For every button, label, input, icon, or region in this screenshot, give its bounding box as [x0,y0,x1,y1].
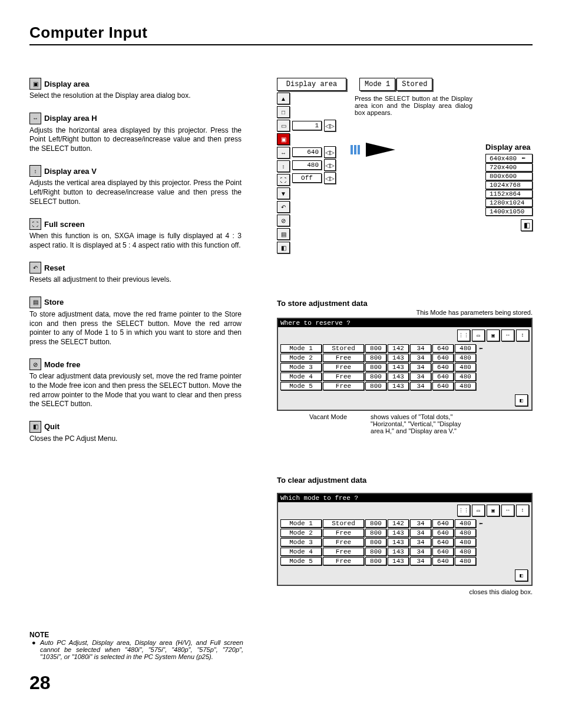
mode-name: Mode 2 [280,354,322,362]
full-screen-menu-icon[interactable]: ⛶ [277,174,290,186]
mode-status: Free [323,529,364,537]
store-icon: ▤ [29,297,41,308]
mode-name: Mode 1 [280,519,322,528]
res-panel-title: Display area [485,143,533,151]
display-area-h-body: Adjusts the horizontal area displayed by… [29,126,242,154]
mode-name: Mode 1 [280,344,322,353]
mode-value: 480 [455,363,476,371]
osd-tab-mode: Mode 1 [359,78,395,91]
store-quit-icon[interactable]: ◧ [515,394,528,406]
quit-title: Quit [44,422,59,431]
mode-value: 640 [432,373,454,381]
resolution-option[interactable]: 720x400 [485,163,533,172]
table-row[interactable]: Mode 2Free80014334640480 [278,528,531,538]
display-area-h-title: Display area H [44,114,97,123]
mode-value: 800 [365,548,386,556]
display-area-icon: ▣ [29,78,41,90]
quit-body: Closes the PC Adjust Menu. [29,434,242,444]
store-heading: To store adjustment data [277,299,533,308]
mode-name: Mode 3 [280,538,322,546]
mode-name: Mode 4 [280,373,322,381]
display-area-menu-icon[interactable]: ▣ [277,133,290,145]
callout-vacant: Vacant Mode [309,413,347,434]
mode-value: 143 [388,363,409,371]
mode-free-menu-icon[interactable]: ⊘ [277,215,290,226]
table-row[interactable]: Mode 5Free80014334640480 [278,556,531,566]
col-icon: ▭ [472,505,485,516]
table-row[interactable]: Mode 5Free80014334640480 [278,381,531,391]
adjust-icon[interactable]: ◁▷ [324,159,336,171]
adjust-icon[interactable]: ◁▷ [324,146,336,158]
mode-value: 480 [455,529,476,537]
mode-value: 480 [455,344,476,353]
clear-table-header: Which mode to free ? [278,494,531,502]
value-h: 640 [292,147,322,157]
mode-value: 480 [455,373,476,381]
osd-note: Press the SELECT button at the Display a… [355,95,472,116]
mode-value: 34 [410,354,431,362]
mode-value: 34 [410,382,431,390]
store-menu-icon[interactable]: ▤ [277,228,290,240]
col-icon: ⋮⋮ [457,505,470,516]
table-row[interactable]: Mode 1Stored80014234640480⬅ [278,344,531,353]
value-1: 1 [292,121,322,130]
mode-value: 480 [455,548,476,556]
resolution-option[interactable]: 1152x864 [485,190,533,198]
h-area-menu-icon[interactable]: ↔ [277,147,290,159]
table-row[interactable]: Mode 2Free80014334640480 [278,353,531,363]
nav-down-icon[interactable]: ▼ [277,187,290,199]
adjust-icon[interactable]: ◁▷ [324,172,336,184]
display-area-body: Select the resolution at the Display are… [29,91,242,101]
resolution-option[interactable]: 640x480 [485,154,533,163]
table-row[interactable]: Mode 1Stored80014234640480⬅ [278,519,531,528]
col-icon: ↕ [516,505,529,516]
mode-status: Free [323,557,364,565]
menu-icon-2[interactable]: ▭ [277,120,290,131]
mode-value: 143 [388,529,409,537]
table-row[interactable]: Mode 4Free80014334640480 [278,547,531,556]
adjust-icon[interactable]: ◁▷ [324,120,336,131]
resolution-option[interactable]: 1400x1050 [485,207,533,216]
mode-value: 480 [455,382,476,390]
mode-name: Mode 3 [280,363,322,371]
table-row[interactable]: Mode 3Free80014334640480 [278,363,531,372]
mode-value: 800 [365,363,386,371]
mode-status: Free [323,354,364,362]
full-screen-body: When this function is on, SXGA image is … [29,232,242,250]
mode-status: Free [323,538,364,546]
mode-value: 34 [410,548,431,556]
mode-free-body: To clear adjustment data previously set,… [29,372,242,409]
mode-value: 800 [365,382,386,390]
quit-menu-icon[interactable]: ◧ [277,242,290,253]
dialog-quit-icon[interactable]: ◧ [521,219,533,231]
mode-status: Stored [323,344,364,353]
resolution-option[interactable]: 1280x1024 [485,199,533,207]
reset-body: Resets all adjustment to their previous … [29,275,242,285]
resolution-option[interactable]: 800x600 [485,172,533,180]
col-icon: ↔ [501,330,514,341]
clear-quit-icon[interactable]: ◧ [515,569,528,581]
display-area-title: Display area [44,80,90,88]
mode-value: 640 [432,538,454,546]
clear-callout: closes this dialog box. [277,588,533,595]
mode-value: 34 [410,344,431,353]
mode-value: 34 [410,557,431,565]
mode-value: 640 [432,344,454,353]
menu-icon-1[interactable]: □ [277,106,290,118]
clear-heading: To clear adjustment data [277,476,533,485]
mode-value: 800 [365,354,386,362]
v-area-menu-icon[interactable]: ↕ [277,160,290,172]
note-body: Auto PC Adjust, Display area, Display ar… [29,639,243,660]
mode-value: 143 [388,557,409,565]
nav-up-icon[interactable]: ▲ [277,93,290,104]
mode-value: 142 [388,519,409,528]
reset-menu-icon[interactable]: ↶ [277,201,290,213]
table-row[interactable]: Mode 4Free80014334640480 [278,372,531,381]
mode-value: 800 [365,519,386,528]
table-row[interactable]: Mode 3Free80014334640480 [278,538,531,547]
resolution-option[interactable]: 1024x768 [485,181,533,189]
display-area-h-icon: ↔ [29,113,41,124]
col-icon: ⋮⋮ [457,330,470,341]
note-title: NOTE [29,631,533,639]
mode-value: 142 [388,344,409,353]
